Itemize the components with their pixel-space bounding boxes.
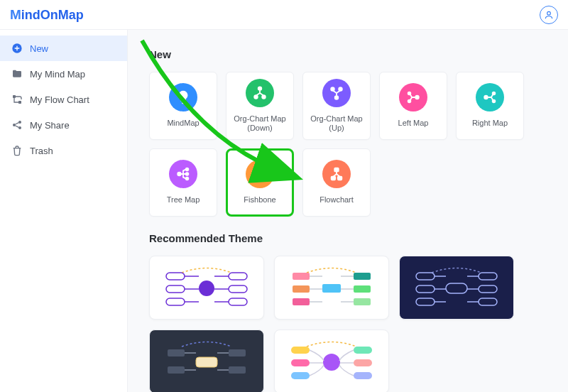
svg-rect-43 bbox=[446, 283, 467, 293]
template-card-leftmap[interactable]: Left Map bbox=[379, 72, 447, 140]
svg-point-13 bbox=[331, 87, 334, 91]
svg-rect-42 bbox=[354, 298, 371, 305]
sidebar-item-mindmap[interactable]: My Mind Map bbox=[0, 61, 127, 87]
section-title-theme: Recommended Theme bbox=[149, 232, 561, 244]
template-label: Fishbone bbox=[241, 195, 278, 205]
svg-rect-39 bbox=[293, 298, 310, 305]
sidebar-item-flowchart[interactable]: My Flow Chart bbox=[0, 87, 127, 112]
theme-card-3[interactable] bbox=[399, 256, 514, 320]
svg-rect-37 bbox=[293, 273, 310, 280]
template-card-mindmap[interactable]: MindMap bbox=[149, 72, 217, 140]
theme-grid bbox=[149, 256, 561, 392]
section-title-new: New bbox=[149, 48, 561, 60]
user-avatar[interactable] bbox=[540, 6, 558, 24]
plus-circle-icon bbox=[11, 43, 23, 54]
svg-rect-33 bbox=[229, 273, 247, 280]
template-card-rightmap[interactable]: Right Map bbox=[456, 72, 524, 140]
left-icon bbox=[399, 83, 427, 111]
svg-rect-28 bbox=[338, 177, 342, 180]
svg-rect-31 bbox=[166, 285, 185, 293]
svg-point-11 bbox=[262, 95, 266, 99]
svg-point-24 bbox=[186, 178, 189, 180]
svg-rect-40 bbox=[354, 273, 371, 280]
svg-rect-47 bbox=[479, 273, 497, 280]
sidebar-item-share[interactable]: My Share bbox=[0, 112, 127, 138]
sidebar-item-label: Trash bbox=[30, 146, 53, 156]
svg-rect-35 bbox=[229, 298, 247, 305]
svg-rect-44 bbox=[416, 273, 435, 280]
theme-preview-icon bbox=[278, 260, 385, 315]
svg-point-9 bbox=[258, 87, 262, 90]
svg-point-23 bbox=[186, 173, 189, 176]
bulb-icon bbox=[169, 83, 197, 111]
flowchart-icon bbox=[322, 160, 351, 188]
svg-rect-54 bbox=[229, 366, 246, 374]
template-card-treemap[interactable]: Tree Map bbox=[149, 148, 217, 217]
template-card-orgdown[interactable]: Org-Chart Map (Down) bbox=[226, 72, 294, 140]
svg-rect-50 bbox=[196, 357, 217, 367]
share-icon bbox=[11, 119, 23, 131]
user-icon bbox=[544, 10, 554, 20]
svg-point-14 bbox=[339, 87, 342, 91]
folder-icon bbox=[11, 68, 23, 80]
logo-m: M bbox=[10, 7, 21, 22]
svg-point-25 bbox=[253, 173, 257, 176]
template-label: Right Map bbox=[469, 119, 510, 128]
theme-preview-icon bbox=[278, 334, 385, 389]
svg-rect-36 bbox=[322, 284, 341, 293]
svg-rect-34 bbox=[229, 285, 247, 293]
svg-point-6 bbox=[18, 126, 21, 129]
theme-card-5[interactable] bbox=[274, 330, 389, 392]
template-label: Left Map bbox=[395, 119, 432, 128]
svg-point-10 bbox=[254, 95, 258, 99]
svg-rect-48 bbox=[479, 285, 497, 293]
svg-point-12 bbox=[335, 96, 339, 99]
template-label: Tree Map bbox=[164, 195, 203, 205]
svg-point-4 bbox=[13, 124, 16, 126]
theme-preview-icon bbox=[403, 260, 510, 315]
org-down-icon bbox=[246, 79, 274, 107]
svg-rect-60 bbox=[354, 359, 372, 366]
trash-icon bbox=[11, 145, 23, 156]
svg-point-0 bbox=[547, 11, 551, 15]
svg-rect-3 bbox=[18, 101, 21, 104]
sidebar-item-label: My Flow Chart bbox=[30, 94, 89, 105]
svg-point-21 bbox=[178, 173, 181, 176]
svg-rect-26 bbox=[334, 168, 339, 172]
svg-rect-41 bbox=[354, 285, 371, 293]
sidebar-item-new[interactable]: New bbox=[0, 36, 127, 61]
svg-point-5 bbox=[18, 121, 21, 124]
svg-point-15 bbox=[415, 96, 419, 99]
svg-point-18 bbox=[484, 96, 488, 99]
theme-card-2[interactable] bbox=[274, 256, 389, 320]
svg-rect-32 bbox=[166, 298, 185, 305]
svg-rect-58 bbox=[291, 372, 310, 379]
sidebar: New My Mind Map My Flow Chart My Share T… bbox=[0, 30, 128, 392]
template-label: MindMap bbox=[164, 119, 202, 128]
svg-rect-49 bbox=[479, 298, 497, 305]
svg-rect-45 bbox=[416, 285, 435, 293]
sidebar-item-label: My Mind Map bbox=[30, 69, 85, 80]
svg-rect-2 bbox=[13, 95, 16, 98]
app-logo[interactable]: MindOnMap bbox=[10, 7, 84, 23]
theme-card-4[interactable] bbox=[149, 330, 264, 392]
right-icon bbox=[476, 83, 504, 111]
sidebar-item-trash[interactable]: Trash bbox=[0, 138, 127, 163]
svg-rect-56 bbox=[291, 347, 310, 354]
svg-rect-53 bbox=[229, 349, 246, 356]
svg-rect-46 bbox=[416, 298, 435, 305]
template-label: Org-Chart Map (Down) bbox=[226, 114, 293, 133]
logo-rest: indOnMap bbox=[21, 8, 84, 22]
svg-rect-57 bbox=[291, 359, 310, 366]
svg-rect-52 bbox=[168, 366, 185, 374]
template-card-flowchart[interactable]: Flowchart bbox=[302, 148, 371, 217]
main-content: New MindMap Org-Chart Map (Down) Org-Cha… bbox=[128, 30, 568, 392]
theme-preview-icon bbox=[153, 260, 260, 315]
svg-point-29 bbox=[199, 281, 214, 296]
svg-rect-27 bbox=[332, 177, 336, 180]
flow-icon bbox=[11, 94, 23, 105]
template-card-fishbone[interactable]: Fishbone bbox=[226, 148, 294, 217]
theme-card-1[interactable] bbox=[149, 256, 264, 320]
fishbone-icon bbox=[246, 160, 274, 188]
template-card-orgup[interactable]: Org-Chart Map (Up) bbox=[302, 72, 371, 140]
